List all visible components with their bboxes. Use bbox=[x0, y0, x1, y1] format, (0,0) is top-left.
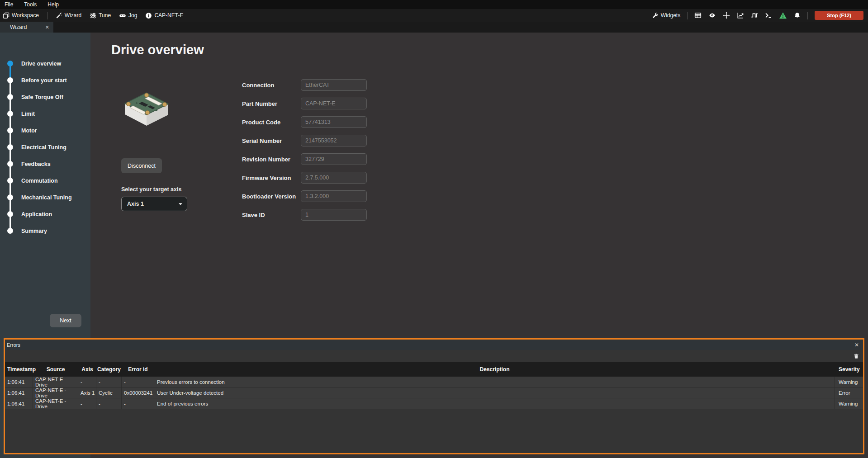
step-dot bbox=[7, 144, 13, 150]
form-row: Slave ID bbox=[242, 209, 367, 221]
signal-button[interactable] bbox=[751, 12, 758, 19]
form-row: Revision Number bbox=[242, 153, 367, 165]
magic-wand-icon bbox=[56, 12, 62, 19]
cell-category: Cyclic bbox=[96, 387, 122, 398]
field-label: Product Code bbox=[242, 119, 301, 126]
errors-close-icon[interactable]: ✕ bbox=[854, 342, 859, 348]
step-summary[interactable]: Summary bbox=[0, 222, 90, 239]
error-row[interactable]: 1:06:41 CAP-NET-E - Drive - - - End of p… bbox=[5, 398, 863, 409]
drive-product-image bbox=[117, 78, 177, 138]
step-dot bbox=[7, 194, 13, 200]
bootloader-version-field[interactable] bbox=[301, 190, 367, 202]
cell-error-id: 0x00003241 bbox=[122, 387, 154, 398]
tab-bar: Wizard ✕ bbox=[0, 22, 868, 33]
menu-help[interactable]: Help bbox=[47, 1, 59, 8]
form-row: Serial Number bbox=[242, 135, 367, 146]
step-commutation[interactable]: Commutation bbox=[0, 172, 90, 189]
cell-source: CAP-NET-E - Drive bbox=[33, 398, 78, 409]
step-limit[interactable]: Limit bbox=[0, 105, 90, 122]
toolbar: Workspace Wizard Tune Jog CAP-NET-E Widg… bbox=[0, 9, 868, 22]
step-dot bbox=[7, 61, 13, 66]
move-button[interactable] bbox=[723, 12, 730, 19]
move-arrows-icon bbox=[723, 12, 730, 19]
table-icon bbox=[694, 12, 702, 19]
scope-button[interactable] bbox=[737, 12, 744, 19]
errors-panel-toolbar bbox=[5, 350, 863, 362]
part-number-field[interactable] bbox=[301, 98, 367, 109]
firmware-version-field[interactable] bbox=[301, 172, 367, 184]
step-application[interactable]: Application bbox=[0, 206, 90, 222]
wizard-button[interactable]: Wizard bbox=[56, 12, 81, 19]
widgets-button[interactable]: Widgets bbox=[652, 12, 680, 19]
step-feedbacks[interactable]: Feedbacks bbox=[0, 156, 90, 172]
cell-timestamp: 1:06:41 bbox=[5, 398, 33, 409]
notifications-button[interactable] bbox=[794, 12, 801, 19]
col-header-description[interactable]: Description bbox=[154, 366, 835, 373]
workspace-windows-icon bbox=[3, 12, 9, 19]
disconnect-button[interactable]: Disconnect bbox=[121, 158, 162, 173]
col-header-axis[interactable]: Axis bbox=[78, 366, 96, 373]
tune-label: Tune bbox=[99, 12, 111, 19]
tune-button[interactable]: Tune bbox=[90, 12, 111, 19]
field-label: Connection bbox=[242, 82, 301, 89]
step-electrical-tuning[interactable]: Electrical Tuning bbox=[0, 139, 90, 156]
cell-error-id: - bbox=[122, 398, 154, 409]
tab-label: Wizard bbox=[10, 24, 27, 30]
terminal-icon bbox=[765, 12, 772, 19]
step-safe-torque-off[interactable]: Safe Torque Off bbox=[0, 89, 90, 105]
product-code-field[interactable] bbox=[301, 116, 367, 128]
menu-tools[interactable]: Tools bbox=[24, 1, 37, 8]
console-button[interactable] bbox=[765, 12, 772, 19]
dropdown-caret-icon bbox=[179, 203, 182, 205]
cell-source: CAP-NET-E - Drive bbox=[33, 377, 78, 387]
field-label: Part Number bbox=[242, 100, 301, 107]
revision-number-field[interactable] bbox=[301, 153, 367, 165]
error-row[interactable]: 1:06:41 CAP-NET-E - Drive Axis 1 Cyclic … bbox=[5, 387, 863, 398]
col-header-category[interactable]: Category bbox=[96, 366, 122, 373]
clear-errors-trash-icon[interactable] bbox=[854, 353, 859, 359]
col-header-timestamp[interactable]: Timestamp bbox=[5, 366, 33, 373]
slave-id-field[interactable] bbox=[301, 209, 367, 221]
step-dot bbox=[7, 178, 13, 184]
stop-button[interactable]: Stop (F12) bbox=[815, 11, 863, 20]
step-dot bbox=[7, 211, 13, 217]
form-row: Connection bbox=[242, 79, 367, 91]
drive-info-form: Connection Part Number Product Code Seri… bbox=[242, 79, 367, 227]
axis-select-dropdown[interactable]: Axis 1 bbox=[121, 197, 187, 211]
col-header-source[interactable]: Source bbox=[33, 366, 78, 373]
cell-description: User Under-voltage detected bbox=[154, 387, 835, 398]
col-header-severity[interactable]: Severity bbox=[835, 366, 863, 373]
workspace-button[interactable]: Workspace bbox=[3, 12, 39, 19]
col-header-error-id[interactable]: Error id bbox=[122, 366, 154, 373]
device-button[interactable]: CAP-NET-E bbox=[145, 12, 183, 19]
field-label: Bootloader Version bbox=[242, 193, 301, 200]
monitor-button[interactable] bbox=[708, 12, 716, 19]
menu-file[interactable]: File bbox=[5, 1, 13, 8]
step-dot bbox=[7, 111, 13, 117]
step-before-your-start[interactable]: Before your start bbox=[0, 72, 90, 89]
tab-wizard[interactable]: Wizard ✕ bbox=[0, 22, 53, 33]
wizard-steps: Drive overview Before your start Safe To… bbox=[0, 55, 90, 239]
cell-severity: Warning bbox=[835, 398, 863, 409]
step-motor[interactable]: Motor bbox=[0, 122, 90, 139]
step-drive-overview[interactable]: Drive overview bbox=[0, 55, 90, 72]
error-row[interactable]: 1:06:41 CAP-NET-E - Drive - - - Previous… bbox=[5, 377, 863, 387]
next-button[interactable]: Next bbox=[50, 314, 81, 327]
cell-timestamp: 1:06:41 bbox=[5, 377, 33, 387]
jog-label: Jog bbox=[128, 12, 137, 19]
form-row: Part Number bbox=[242, 98, 367, 109]
step-mechanical-tuning[interactable]: Mechanical Tuning bbox=[0, 189, 90, 206]
form-row: Product Code bbox=[242, 116, 367, 128]
toolbar-divider bbox=[47, 12, 47, 19]
warnings-button[interactable] bbox=[779, 12, 787, 19]
connection-field[interactable] bbox=[301, 79, 367, 91]
errors-table-header: Timestamp Source Axis Category Error id … bbox=[5, 362, 863, 377]
toolbar-divider bbox=[807, 12, 808, 19]
jog-button[interactable]: Jog bbox=[119, 12, 137, 19]
tab-close-icon[interactable]: ✕ bbox=[45, 24, 49, 30]
cell-axis: - bbox=[78, 398, 96, 409]
cell-category: - bbox=[96, 398, 122, 409]
table-view-button[interactable] bbox=[694, 12, 702, 19]
serial-number-field[interactable] bbox=[301, 135, 367, 146]
wrench-icon bbox=[652, 12, 659, 19]
